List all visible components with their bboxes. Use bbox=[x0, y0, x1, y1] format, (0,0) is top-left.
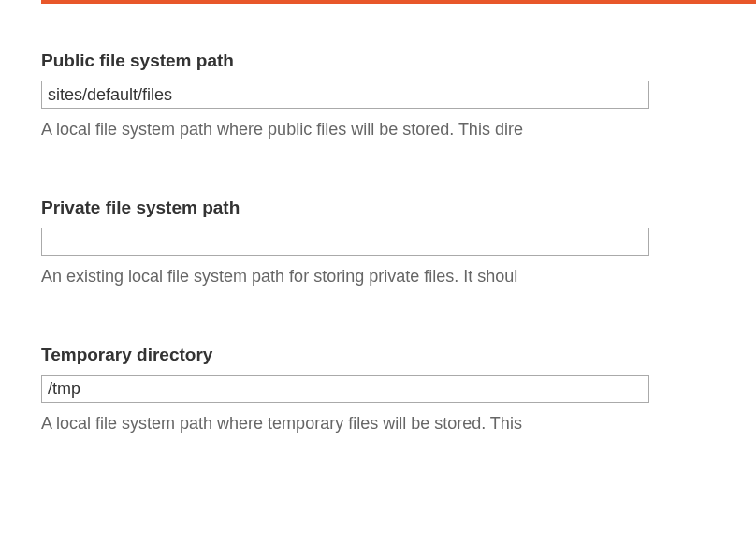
public-path-label: Public file system path bbox=[41, 51, 756, 71]
temp-dir-description: A local file system path where temporary… bbox=[41, 412, 756, 435]
temp-dir-label: Temporary directory bbox=[41, 345, 756, 365]
public-path-input[interactable] bbox=[41, 81, 649, 109]
private-path-input[interactable] bbox=[41, 228, 649, 256]
private-path-field-group: Private file system path An existing loc… bbox=[41, 198, 756, 288]
file-system-form: Public file system path A local file sys… bbox=[0, 51, 756, 436]
public-path-description: A local file system path where public fi… bbox=[41, 118, 756, 141]
private-path-description: An existing local file system path for s… bbox=[41, 265, 756, 288]
temp-dir-input[interactable] bbox=[41, 375, 649, 403]
public-path-field-group: Public file system path A local file sys… bbox=[41, 51, 756, 141]
temp-dir-field-group: Temporary directory A local file system … bbox=[41, 345, 756, 435]
private-path-label: Private file system path bbox=[41, 198, 756, 218]
top-border-divider bbox=[41, 0, 756, 4]
